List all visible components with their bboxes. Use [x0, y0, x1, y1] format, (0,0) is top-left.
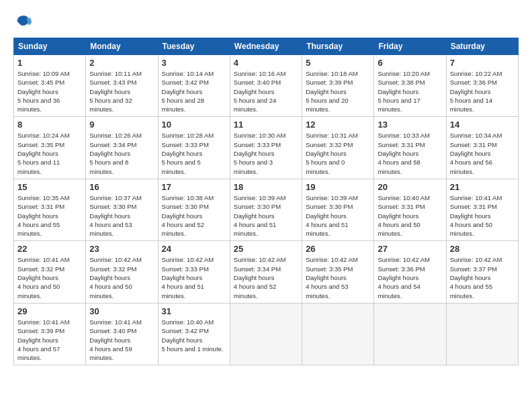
day-info: Sunrise: 10:39 AMSunset: 3:30 PMDaylight…	[234, 193, 298, 238]
day-cell: 20 Sunrise: 10:40 AMSunset: 3:31 PMDayli…	[374, 179, 446, 240]
logo-icon	[13, 12, 32, 31]
day-info: Sunrise: 10:24 AMSunset: 3:35 PMDaylight…	[17, 131, 82, 175]
day-cell: 26 Sunrise: 10:42 AMSunset: 3:35 PMDayli…	[302, 241, 374, 303]
day-info: Sunrise: 10:41 AMSunset: 3:39 PMDaylight…	[17, 318, 82, 362]
day-info: Sunrise: 10:42 AMSunset: 3:37 PMDaylight…	[450, 255, 515, 300]
logo	[13, 12, 36, 31]
day-number: 16	[89, 182, 154, 192]
page: SundayMondayTuesdayWednesdayThursdayFrid…	[0, 0, 532, 372]
col-header-thursday: Thursday	[302, 38, 374, 55]
day-info: Sunrise: 10:16 AMSunset: 3:40 PMDaylight…	[234, 69, 298, 113]
day-number: 22	[17, 244, 82, 254]
day-cell	[302, 303, 374, 365]
col-header-monday: Monday	[86, 38, 158, 55]
day-info: Sunrise: 10:42 AMSunset: 3:34 PMDaylight…	[234, 255, 298, 300]
day-number: 31	[162, 306, 226, 316]
week-row-3: 15 Sunrise: 10:35 AMSunset: 3:31 PMDayli…	[14, 179, 519, 240]
day-cell: 4 Sunrise: 10:16 AMSunset: 3:40 PMDaylig…	[230, 55, 302, 117]
day-number: 25	[234, 244, 298, 254]
day-cell: 24 Sunrise: 10:42 AMSunset: 3:33 PMDayli…	[158, 241, 230, 303]
day-cell: 9 Sunrise: 10:26 AMSunset: 3:34 PMDaylig…	[86, 117, 158, 179]
day-number: 11	[234, 120, 298, 130]
day-number: 7	[450, 58, 515, 68]
day-number: 17	[162, 182, 226, 192]
day-number: 10	[162, 120, 226, 130]
day-number: 24	[162, 244, 226, 254]
day-cell: 17 Sunrise: 10:38 AMSunset: 3:30 PMDayli…	[158, 179, 230, 240]
day-info: Sunrise: 10:39 AMSunset: 3:30 PMDaylight…	[306, 193, 370, 238]
day-info: Sunrise: 10:22 AMSunset: 3:36 PMDaylight…	[450, 69, 515, 113]
day-number: 5	[306, 58, 370, 68]
day-info: Sunrise: 10:31 AMSunset: 3:32 PMDaylight…	[306, 131, 370, 175]
day-cell: 18 Sunrise: 10:39 AMSunset: 3:30 PMDayli…	[230, 179, 302, 240]
day-cell: 27 Sunrise: 10:42 AMSunset: 3:36 PMDayli…	[374, 241, 446, 303]
day-info: Sunrise: 10:41 AMSunset: 3:31 PMDaylight…	[450, 193, 515, 238]
day-number: 28	[450, 244, 515, 254]
day-cell: 15 Sunrise: 10:35 AMSunset: 3:31 PMDayli…	[14, 179, 86, 240]
day-number: 3	[162, 58, 226, 68]
day-info: Sunrise: 10:20 AMSunset: 3:38 PMDaylight…	[378, 69, 442, 113]
col-header-wednesday: Wednesday	[230, 38, 302, 55]
day-cell	[446, 303, 518, 365]
day-info: Sunrise: 10:35 AMSunset: 3:31 PMDaylight…	[17, 193, 82, 238]
day-cell: 28 Sunrise: 10:42 AMSunset: 3:37 PMDayli…	[446, 241, 518, 303]
day-number: 14	[450, 120, 515, 130]
day-number: 26	[306, 244, 370, 254]
day-number: 19	[306, 182, 370, 192]
day-info: Sunrise: 10:42 AMSunset: 3:32 PMDaylight…	[89, 255, 154, 300]
day-number: 27	[378, 244, 442, 254]
day-info: Sunrise: 10:40 AMSunset: 3:42 PMDaylight…	[162, 318, 226, 353]
day-number: 23	[89, 244, 154, 254]
day-info: Sunrise: 10:34 AMSunset: 3:31 PMDaylight…	[450, 131, 515, 175]
day-info: Sunrise: 10:14 AMSunset: 3:42 PMDaylight…	[162, 69, 226, 113]
week-row-5: 29 Sunrise: 10:41 AMSunset: 3:39 PMDayli…	[14, 303, 519, 365]
col-header-tuesday: Tuesday	[158, 38, 230, 55]
week-row-1: 1 Sunrise: 10:09 AMSunset: 3:45 PMDaylig…	[14, 55, 519, 117]
day-cell: 1 Sunrise: 10:09 AMSunset: 3:45 PMDaylig…	[14, 55, 86, 117]
day-cell: 5 Sunrise: 10:18 AMSunset: 3:39 PMDaylig…	[302, 55, 374, 117]
day-info: Sunrise: 10:42 AMSunset: 3:36 PMDaylight…	[378, 255, 442, 300]
day-cell: 2 Sunrise: 10:11 AMSunset: 3:43 PMDaylig…	[86, 55, 158, 117]
day-cell: 3 Sunrise: 10:14 AMSunset: 3:42 PMDaylig…	[158, 55, 230, 117]
day-cell: 29 Sunrise: 10:41 AMSunset: 3:39 PMDayli…	[14, 303, 86, 365]
day-number: 1	[17, 58, 82, 68]
day-number: 12	[306, 120, 370, 130]
day-number: 15	[17, 182, 82, 192]
day-info: Sunrise: 10:42 AMSunset: 3:33 PMDaylight…	[162, 255, 226, 300]
day-info: Sunrise: 10:26 AMSunset: 3:34 PMDaylight…	[89, 131, 154, 175]
day-number: 30	[89, 306, 154, 316]
week-row-4: 22 Sunrise: 10:41 AMSunset: 3:32 PMDayli…	[14, 241, 519, 303]
day-info: Sunrise: 10:42 AMSunset: 3:35 PMDaylight…	[306, 255, 370, 300]
col-header-friday: Friday	[374, 38, 446, 55]
day-info: Sunrise: 10:41 AMSunset: 3:40 PMDaylight…	[89, 318, 154, 362]
day-number: 4	[234, 58, 298, 68]
day-cell: 7 Sunrise: 10:22 AMSunset: 3:36 PMDaylig…	[446, 55, 518, 117]
day-info: Sunrise: 10:41 AMSunset: 3:32 PMDaylight…	[17, 255, 82, 300]
day-cell: 14 Sunrise: 10:34 AMSunset: 3:31 PMDayli…	[446, 117, 518, 179]
day-info: Sunrise: 10:18 AMSunset: 3:39 PMDaylight…	[306, 69, 370, 113]
day-cell: 11 Sunrise: 10:30 AMSunset: 3:33 PMDayli…	[230, 117, 302, 179]
day-number: 20	[378, 182, 442, 192]
day-info: Sunrise: 10:28 AMSunset: 3:33 PMDaylight…	[162, 131, 226, 175]
day-cell: 8 Sunrise: 10:24 AMSunset: 3:35 PMDaylig…	[14, 117, 86, 179]
day-cell	[230, 303, 302, 365]
day-cell	[374, 303, 446, 365]
day-number: 2	[89, 58, 154, 68]
header-row: SundayMondayTuesdayWednesdayThursdayFrid…	[14, 38, 519, 55]
day-info: Sunrise: 10:38 AMSunset: 3:30 PMDaylight…	[162, 193, 226, 238]
day-cell: 23 Sunrise: 10:42 AMSunset: 3:32 PMDayli…	[86, 241, 158, 303]
day-cell: 22 Sunrise: 10:41 AMSunset: 3:32 PMDayli…	[14, 241, 86, 303]
day-info: Sunrise: 10:40 AMSunset: 3:31 PMDaylight…	[378, 193, 442, 238]
week-row-2: 8 Sunrise: 10:24 AMSunset: 3:35 PMDaylig…	[14, 117, 519, 179]
day-cell: 6 Sunrise: 10:20 AMSunset: 3:38 PMDaylig…	[374, 55, 446, 117]
calendar-table: SundayMondayTuesdayWednesdayThursdayFrid…	[13, 38, 519, 365]
day-cell: 16 Sunrise: 10:37 AMSunset: 3:30 PMDayli…	[86, 179, 158, 240]
day-number: 9	[89, 120, 154, 130]
day-info: Sunrise: 10:11 AMSunset: 3:43 PMDaylight…	[89, 69, 154, 113]
col-header-saturday: Saturday	[446, 38, 518, 55]
day-cell: 10 Sunrise: 10:28 AMSunset: 3:33 PMDayli…	[158, 117, 230, 179]
day-number: 21	[450, 182, 515, 192]
day-info: Sunrise: 10:33 AMSunset: 3:31 PMDaylight…	[378, 131, 442, 175]
day-cell: 30 Sunrise: 10:41 AMSunset: 3:40 PMDayli…	[86, 303, 158, 365]
day-info: Sunrise: 10:30 AMSunset: 3:33 PMDaylight…	[234, 131, 298, 175]
